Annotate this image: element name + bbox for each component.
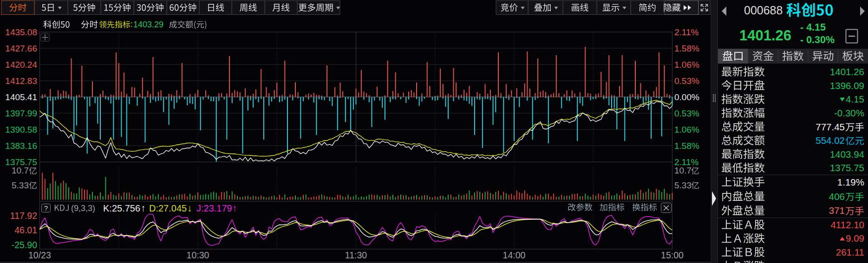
svg-text:371: 371 [829,205,845,216]
svg-text:K:25.756: K:25.756 [103,203,140,213]
svg-text:0.00%: 0.00% [674,92,699,102]
svg-text:- 0.30%: - 0.30% [800,34,835,45]
svg-text:1427.66: 1427.66 [5,44,37,53]
svg-text:10/23: 10/23 [28,250,51,260]
svg-text:1397.99: 1397.99 [5,109,37,118]
svg-text:5.33: 5.33 [12,180,29,190]
svg-text:1.58%: 1.58% [674,141,699,151]
svg-text:4112.10: 4112.10 [830,219,864,230]
svg-text:-25.90: -25.90 [12,240,37,250]
svg-text:000688: 000688 [744,4,783,17]
svg-text:10:30: 10:30 [187,250,209,260]
svg-text:(9,3,3): (9,3,3) [71,204,95,213]
svg-text:11:30: 11:30 [345,250,367,260]
svg-text:↑: ↑ [141,203,146,213]
svg-text:1435.08: 1435.08 [5,27,37,37]
svg-text:777.45: 777.45 [816,122,845,132]
svg-text:1.06%: 1.06% [674,125,699,135]
svg-text:9.09: 9.09 [846,233,864,244]
svg-text:1.58%: 1.58% [674,44,699,53]
svg-text:1412.83: 1412.83 [5,76,37,86]
svg-text:1.19%: 1.19% [837,177,864,187]
svg-text:1420.24: 1420.24 [5,60,37,70]
svg-text:261.11: 261.11 [836,247,864,257]
svg-text:46.01: 46.01 [14,225,37,235]
svg-text:2.11%: 2.11% [674,27,699,37]
svg-text:10.7: 10.7 [674,166,692,175]
svg-text:117.92: 117.92 [10,211,37,221]
svg-text::: : [131,19,133,29]
svg-text:1375.75: 1375.75 [830,162,864,173]
svg-text:15:00: 15:00 [661,250,684,260]
svg-text:1403.29: 1403.29 [133,20,163,29]
svg-text:1390.58: 1390.58 [5,125,37,135]
svg-text:14:00: 14:00 [503,250,526,260]
svg-text:1403.94: 1403.94 [830,149,864,160]
svg-text:1396.09: 1396.09 [830,80,864,91]
svg-text:1.06%: 1.06% [674,60,699,70]
svg-text:1383.16: 1383.16 [5,141,37,151]
svg-text:1405.41: 1405.41 [5,92,37,102]
svg-text:0.53%: 0.53% [674,109,699,118]
svg-text:-0.30%: -0.30% [834,108,864,118]
svg-text:1401.26: 1401.26 [830,66,864,77]
svg-text:D:27.045: D:27.045 [149,203,187,213]
svg-text:4.15: 4.15 [846,94,864,104]
svg-text:554.02: 554.02 [816,135,845,146]
svg-text:5.33: 5.33 [674,180,692,190]
svg-text:J:23.179: J:23.179 [196,203,232,213]
svg-text:?: ? [44,205,48,212]
svg-text:0.53%: 0.53% [674,76,699,86]
svg-text:10.7: 10.7 [12,166,29,175]
svg-text:4.71: 4.71 [846,261,864,263]
svg-text:406: 406 [829,191,845,202]
svg-text:- 4.15: - 4.15 [800,22,826,33]
svg-text:↑: ↑ [232,203,237,213]
svg-text:↓: ↓ [187,203,192,213]
svg-text:1401.26: 1401.26 [739,27,791,44]
